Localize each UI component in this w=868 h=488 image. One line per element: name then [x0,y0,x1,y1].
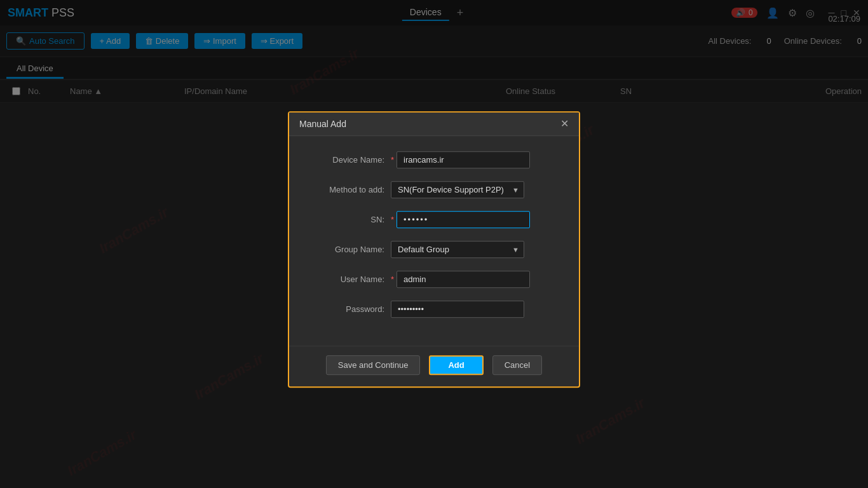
password-row: Password: [308,301,560,318]
modal-body: Device Name: * Method to add: SN(For Dev… [289,136,579,346]
modal-close-button[interactable]: ✕ [560,119,569,129]
group-row: Group Name: Default Group ▼ [308,241,560,258]
device-name-required: * [391,155,394,165]
method-select[interactable]: SN(For Device Support P2P) [391,181,524,198]
add-confirm-button[interactable]: Add [429,355,483,375]
username-input[interactable] [397,271,530,288]
save-continue-button[interactable]: Save and Continue [326,355,421,375]
device-name-label: Device Name: [308,155,384,165]
cancel-button[interactable]: Cancel [492,355,542,375]
username-row: User Name: * [308,271,560,288]
manual-add-modal: Manual Add ✕ Device Name: * Method to ad… [288,111,580,388]
group-select[interactable]: Default Group [391,241,524,258]
password-label: Password: [308,304,384,314]
username-label: User Name: [308,274,384,284]
sn-row: SN: * [308,211,560,228]
group-label: Group Name: [308,245,384,254]
sn-required: * [391,215,394,224]
method-row: Method to add: SN(For Device Support P2P… [308,181,560,198]
method-select-wrap: SN(For Device Support P2P) ▼ [391,181,524,198]
modal-footer: Save and Continue Add Cancel [289,346,579,386]
sn-label: SN: [308,215,384,224]
group-select-wrap: Default Group ▼ [391,241,524,258]
username-required: * [391,274,394,284]
method-label: Method to add: [308,185,384,194]
password-input[interactable] [391,301,524,318]
device-name-input[interactable] [397,151,530,168]
modal-header: Manual Add ✕ [289,112,579,136]
modal-title: Manual Add [299,119,346,129]
device-name-row: Device Name: * [308,151,560,168]
sn-input[interactable] [397,211,530,228]
